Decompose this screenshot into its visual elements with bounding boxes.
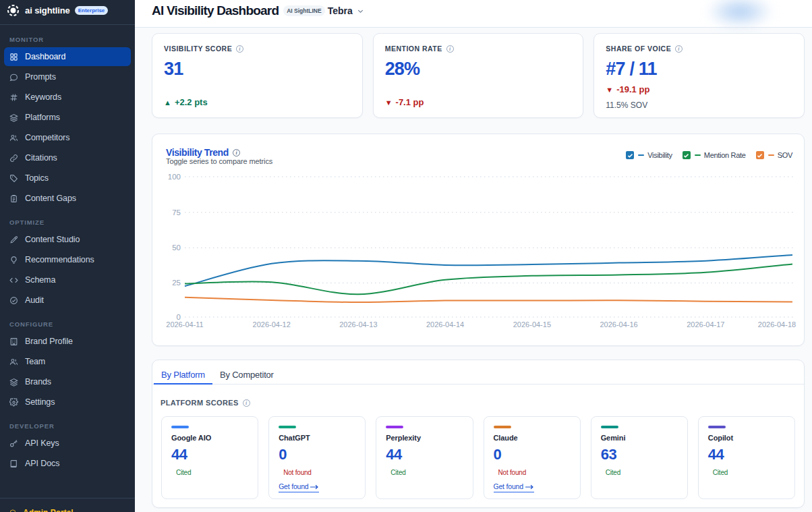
svg-text:2026-04-15: 2026-04-15: [513, 320, 551, 329]
svg-text:2026-04-11: 2026-04-11: [166, 320, 203, 329]
svg-text:50: 50: [172, 244, 181, 252]
svg-text:75: 75: [172, 208, 181, 217]
svg-text:2026-04-14: 2026-04-14: [426, 320, 464, 329]
svg-text:2026-04-12: 2026-04-12: [253, 320, 291, 329]
svg-text:2026-04-17: 2026-04-17: [687, 320, 724, 329]
svg-text:2026-04-16: 2026-04-16: [600, 320, 637, 329]
svg-text:100: 100: [168, 173, 181, 181]
svg-text:2026-04-18: 2026-04-18: [758, 320, 796, 329]
svg-text:25: 25: [172, 279, 181, 287]
svg-text:2026-04-13: 2026-04-13: [339, 320, 377, 329]
